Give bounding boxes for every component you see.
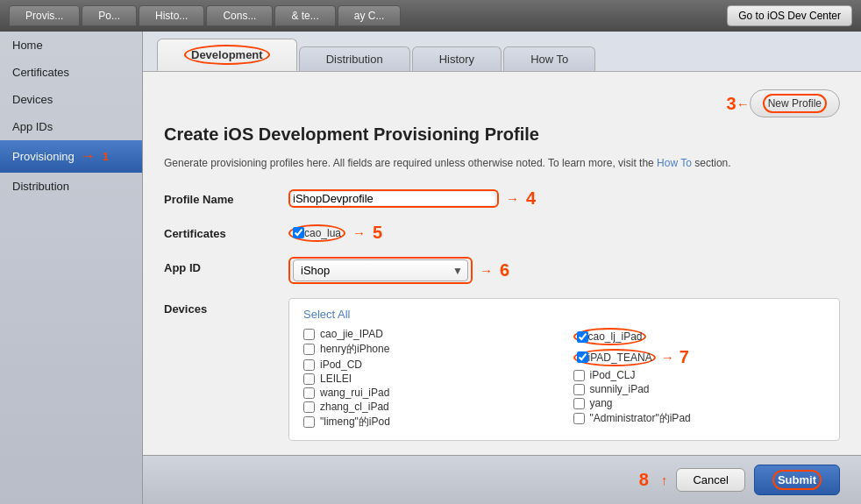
device-cao-lj-ipad-checkbox[interactable] bbox=[577, 331, 588, 343]
device-zhang-cl-ipad: zhang_cl_iPad bbox=[303, 401, 556, 413]
device-ipod-clj-checkbox[interactable] bbox=[573, 370, 585, 381]
device-sunnily-ipad-label: sunnily_iPad bbox=[590, 383, 650, 395]
main-content: Development Distribution History How To … bbox=[143, 32, 861, 504]
device-leilei: LEILEI bbox=[303, 373, 556, 385]
device-col-2: cao_lj_iPad iPAD_TEANA → 7 bbox=[573, 328, 826, 431]
provisioning-arrow-icon: → bbox=[80, 147, 96, 166]
step8-badge: 8 bbox=[639, 470, 649, 490]
sidebar-provisioning-label: Provisioning bbox=[12, 150, 75, 163]
sidebar-item-distribution[interactable]: Distribution bbox=[0, 173, 142, 200]
device-ipad-teana-checkbox[interactable] bbox=[577, 351, 588, 363]
device-yang: yang bbox=[573, 397, 826, 409]
device-ipod-cd-checkbox[interactable] bbox=[303, 359, 315, 371]
top-tab-4[interactable]: Cons... bbox=[206, 5, 273, 26]
appid-select[interactable]: iShop Other App bbox=[293, 259, 468, 281]
new-profile-area: 3 ← New Profile bbox=[164, 89, 840, 117]
profile-name-label: Profile Name bbox=[164, 188, 278, 206]
certificates-row: Certificates cao_lua → 5 bbox=[164, 223, 840, 243]
top-bar: Provis... Po... Histo... Cons... & te...… bbox=[0, 0, 861, 32]
device-leilei-checkbox[interactable] bbox=[303, 373, 315, 385]
top-tab-5[interactable]: & te... bbox=[274, 5, 335, 26]
sidebar-devices-label: Devices bbox=[12, 93, 53, 106]
certificates-label: Certificates bbox=[164, 223, 278, 240]
device-cao-jie-ipad-checkbox[interactable] bbox=[303, 329, 315, 340]
device-henry-iphone: henry的iPhone bbox=[303, 342, 556, 357]
device-limeng-ipod-checkbox[interactable] bbox=[303, 416, 315, 428]
new-profile-button[interactable]: New Profile bbox=[750, 89, 840, 117]
main-layout: Home Certificates Devices App IDs Provis… bbox=[0, 32, 861, 504]
certificates-step: 5 bbox=[373, 223, 382, 243]
new-profile-label: New Profile bbox=[768, 97, 822, 110]
device-zhang-cl-ipad-label: zhang_cl_iPad bbox=[320, 401, 389, 413]
appid-label: App ID bbox=[164, 257, 278, 274]
device-cao-jie-ipad-label: cao_jie_IPAD bbox=[320, 328, 383, 340]
device-cao-lj-ipad-label: cao_lj_iPad bbox=[588, 330, 643, 343]
history-tab-label: History bbox=[439, 53, 474, 66]
device-sunnily-ipad-checkbox[interactable] bbox=[573, 384, 585, 395]
device-ipod-cd: iPod_CD bbox=[303, 358, 556, 371]
howto-tab-label: How To bbox=[530, 53, 568, 66]
top-tab-6[interactable]: ay C... bbox=[338, 5, 402, 26]
certificates-circle: cao_lua bbox=[288, 224, 345, 242]
tab-history[interactable]: History bbox=[412, 46, 502, 71]
tab-development[interactable]: Development bbox=[157, 39, 297, 71]
submit-button[interactable]: Submit bbox=[754, 465, 840, 495]
top-tab-1[interactable]: Provis... bbox=[9, 5, 80, 26]
profile-name-input[interactable] bbox=[293, 192, 495, 205]
device-leilei-label: LEILEI bbox=[320, 373, 352, 385]
appid-row: App ID iShop Other App ▼ → 6 bbox=[164, 257, 840, 284]
content-area: 3 ← New Profile Create iOS Development P… bbox=[143, 72, 861, 455]
new-profile-circle: New Profile bbox=[763, 94, 827, 113]
device-ipad-teana: iPAD_TEANA → 7 bbox=[573, 347, 826, 367]
devices-section: Select All cao_jie_IPAD henry的iP bbox=[288, 298, 840, 441]
device-col-1: cao_jie_IPAD henry的iPhone iPod_CD bbox=[303, 328, 556, 431]
device-ipad-teana-label: iPAD_TEANA bbox=[588, 351, 652, 364]
profile-name-arrow-icon: → bbox=[506, 191, 519, 206]
appid-circle: iShop Other App ▼ bbox=[288, 257, 473, 284]
sidebar-appids-label: App IDs bbox=[12, 120, 53, 133]
certificates-checkbox[interactable] bbox=[293, 227, 304, 238]
appid-arrow-icon: → bbox=[480, 263, 493, 278]
tab-bar: Development Distribution History How To bbox=[143, 32, 861, 72]
cancel-button[interactable]: Cancel bbox=[676, 468, 744, 492]
device-ipad-teana-circle: iPAD_TEANA bbox=[573, 349, 656, 366]
development-tab-circle: Development bbox=[184, 45, 270, 65]
device-zhang-cl-ipad-checkbox[interactable] bbox=[303, 401, 315, 413]
device-henry-iphone-label: henry的iPhone bbox=[320, 342, 389, 357]
howto-link[interactable]: How To bbox=[657, 157, 692, 169]
sidebar-distribution-label: Distribution bbox=[12, 180, 69, 193]
top-tab-3[interactable]: Histo... bbox=[139, 5, 204, 26]
certificates-wrap: cao_lua → 5 bbox=[288, 223, 840, 243]
sidebar-item-provisioning[interactable]: Provisioning → 1 bbox=[0, 140, 142, 173]
distribution-tab-label: Distribution bbox=[326, 53, 383, 66]
profile-name-circle bbox=[288, 189, 499, 208]
select-all-link[interactable]: Select All bbox=[303, 308, 825, 321]
sidebar-item-devices[interactable]: Devices bbox=[0, 86, 142, 113]
device-ipod-clj: iPod_CLJ bbox=[573, 369, 826, 381]
device-wang-rui-ipad-checkbox[interactable] bbox=[303, 387, 315, 399]
device-henry-iphone-checkbox[interactable] bbox=[303, 344, 315, 355]
device-yang-checkbox[interactable] bbox=[573, 398, 585, 409]
device-admin-ipad: "Administrator"的iPad bbox=[573, 411, 826, 426]
top-tab-2[interactable]: Po... bbox=[82, 5, 137, 26]
description-text: Generate provisioning profiles here. All… bbox=[164, 157, 654, 169]
appid-select-wrap: iShop Other App ▼ bbox=[293, 259, 468, 281]
sidebar-item-appids[interactable]: App IDs bbox=[0, 113, 142, 140]
tab-distribution[interactable]: Distribution bbox=[299, 46, 410, 71]
ios-dev-center-button[interactable]: Go to iOS Dev Center bbox=[727, 5, 852, 26]
devices-row: Devices Select All cao_jie_IPAD bbox=[164, 298, 840, 441]
sidebar-item-certificates[interactable]: Certificates bbox=[0, 59, 142, 86]
device-admin-ipad-checkbox[interactable] bbox=[573, 413, 585, 424]
device-sunnily-ipad: sunnily_iPad bbox=[573, 383, 826, 395]
tab-howto[interactable]: How To bbox=[503, 46, 595, 71]
profile-name-step: 4 bbox=[526, 188, 536, 209]
sidebar-item-home[interactable]: Home bbox=[0, 32, 142, 59]
sidebar-home-label: Home bbox=[12, 39, 43, 52]
page-description: Generate provisioning profiles here. All… bbox=[164, 155, 840, 171]
profile-name-row: Profile Name → 4 bbox=[164, 188, 840, 209]
device-limeng-ipod: "limeng"的iPod bbox=[303, 415, 556, 429]
submit-label: Submit bbox=[778, 473, 816, 486]
device-wang-rui-ipad-label: wang_rui_iPad bbox=[320, 387, 389, 399]
submit-button-circle: Submit bbox=[772, 470, 822, 490]
provisioning-step-num: 1 bbox=[103, 150, 109, 163]
